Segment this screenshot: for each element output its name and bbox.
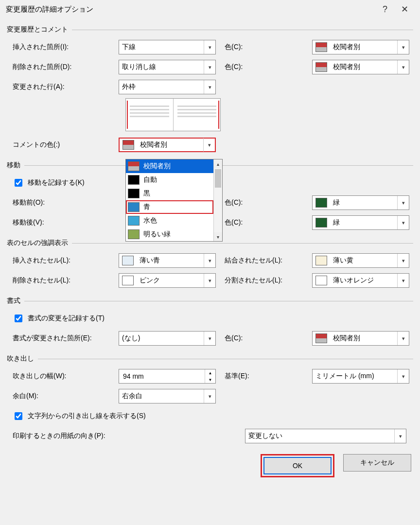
combo-margin[interactable]: 右余白 ▾ xyxy=(119,389,216,403)
scroll-down-icon[interactable]: ▾ xyxy=(214,232,222,241)
label-insert: 挿入された箇所(I): xyxy=(7,43,119,52)
color-swatch-icon xyxy=(315,42,327,52)
chevron-down-icon[interactable]: ▾ xyxy=(397,40,409,54)
label-balloon-width: 吹き出しの幅(W): xyxy=(7,372,119,381)
color-swatch-icon xyxy=(122,140,134,150)
color-swatch-icon xyxy=(128,202,140,212)
combo-format-color[interactable]: 校閲者別 ▾ xyxy=(312,331,409,346)
combo-insert[interactable]: 下線 ▾ xyxy=(119,40,216,54)
combo-format-changed[interactable]: (なし) ▾ xyxy=(119,331,216,346)
label-paper-orient: 印刷するときの用紙の向き(P): xyxy=(7,432,245,440)
combo-delete[interactable]: 取り消し線 ▾ xyxy=(119,60,216,74)
spinner-up-icon[interactable]: ▲ xyxy=(205,369,215,376)
color-swatch-icon xyxy=(122,276,134,285)
ok-button[interactable]: OK xyxy=(263,457,332,474)
dialog-title: 変更履歴の詳細オプション xyxy=(6,5,375,14)
label-margin: 余白(M): xyxy=(7,392,119,401)
combo-cell-merge[interactable]: 薄い黄 ▾ xyxy=(312,253,409,268)
preview-redline-right xyxy=(218,101,219,129)
chevron-down-icon[interactable]: ▾ xyxy=(204,389,215,403)
chevron-down-icon[interactable]: ▾ xyxy=(397,254,409,267)
dropdown-scrollbar[interactable]: ▴ ▾ xyxy=(213,159,222,241)
spinner-balloon-width[interactable]: 94 mm ▲ ▼ xyxy=(119,369,216,384)
dropdown-item-blue[interactable]: 青 xyxy=(126,200,213,214)
section-format: 書式 xyxy=(0,294,420,305)
label-comment-color: コメントの色(:) xyxy=(7,140,119,149)
combo-cell-delete[interactable]: ピンク ▾ xyxy=(119,273,216,288)
chevron-down-icon[interactable]: ▾ xyxy=(397,60,409,74)
track-format-checkbox[interactable] xyxy=(15,315,22,322)
ok-highlight: OK xyxy=(261,454,334,477)
comment-color-dropdown[interactable]: 校閲者別 自動 黒 青 水色 明るい緑 ▴ xyxy=(125,159,223,242)
combo-reference[interactable]: ミリメートル (mm) ▾ xyxy=(312,369,409,384)
color-swatch-icon xyxy=(128,175,140,185)
show-leader-checkbox[interactable] xyxy=(15,412,22,420)
chevron-down-icon[interactable]: ▾ xyxy=(397,369,409,383)
label-delete-color: 色(C): xyxy=(225,63,312,71)
combo-cell-split[interactable]: 薄いオレンジ ▾ xyxy=(312,273,409,288)
combo-move-before-color[interactable]: 緑 ▾ xyxy=(312,195,409,210)
color-swatch-icon xyxy=(315,218,327,228)
chevron-down-icon[interactable]: ▾ xyxy=(204,80,215,94)
checkbox-track-move[interactable]: 移動を記録する(K) xyxy=(7,177,85,188)
label-cell-merge: 結合されたセル(L): xyxy=(225,256,312,265)
checkbox-show-leader[interactable]: 文字列からの引き出し線を表示する(S) xyxy=(7,411,146,421)
dropdown-item-auto[interactable]: 自動 xyxy=(126,173,213,187)
dropdown-item-light-green[interactable]: 明るい緑 xyxy=(126,228,213,241)
close-button[interactable]: ✕ xyxy=(395,4,414,15)
chevron-down-icon[interactable]: ▾ xyxy=(204,60,215,74)
color-swatch-icon xyxy=(128,216,140,226)
chevron-down-icon[interactable]: ▾ xyxy=(204,254,215,267)
chevron-down-icon[interactable]: ▾ xyxy=(204,40,215,54)
color-swatch-icon xyxy=(315,62,327,72)
label-move-after: 移動後(V): xyxy=(7,218,119,227)
combo-comment-color[interactable]: 校閲者別 ▾ xyxy=(119,138,216,152)
section-tracking: 変更履歴とコメント xyxy=(0,22,420,34)
combo-paper-orient[interactable]: 変更しない ▾ xyxy=(245,429,406,443)
dropdown-item-cyan[interactable]: 水色 xyxy=(126,214,213,228)
section-table-highlight-label: 表のセルの強調表示 xyxy=(7,239,68,247)
chevron-down-icon[interactable]: ▾ xyxy=(204,274,215,287)
label-insert-color: 色(C): xyxy=(225,43,312,52)
chevron-down-icon[interactable]: ▾ xyxy=(397,274,409,287)
color-swatch-icon xyxy=(315,198,327,208)
scrollbar-thumb[interactable] xyxy=(215,169,221,188)
label-cell-split: 分割されたセル(L): xyxy=(225,276,312,285)
chevron-down-icon[interactable]: ▾ xyxy=(203,138,215,152)
combo-move-after-color[interactable]: 緑 ▾ xyxy=(312,215,409,230)
track-move-checkbox[interactable] xyxy=(15,179,22,187)
color-swatch-icon xyxy=(315,333,327,343)
scroll-up-icon[interactable]: ▴ xyxy=(214,159,222,168)
combo-cell-insert[interactable]: 薄い青 ▾ xyxy=(119,253,216,268)
chevron-down-icon[interactable]: ▾ xyxy=(397,216,409,229)
label-delete: 削除された箇所(D): xyxy=(7,63,119,71)
spinner-down-icon[interactable]: ▼ xyxy=(205,376,215,383)
dropdown-item-by-reviewer[interactable]: 校閲者別 xyxy=(126,159,213,173)
help-button[interactable]: ? xyxy=(375,4,395,15)
titlebar: 変更履歴の詳細オプション ? ✕ xyxy=(0,0,420,22)
changed-line-preview xyxy=(125,98,221,131)
combo-insert-color[interactable]: 校閲者別 ▾ xyxy=(312,40,409,54)
checkbox-track-format[interactable]: 書式の変更を記録する(T) xyxy=(7,313,105,324)
label-format-changed: 書式が変更された箇所(E): xyxy=(7,334,119,343)
chevron-down-icon[interactable]: ▾ xyxy=(397,196,409,210)
chevron-down-icon[interactable]: ▾ xyxy=(204,332,215,345)
section-move-label: 移動 xyxy=(7,161,20,170)
label-move-after-color: 色(C): xyxy=(225,218,312,227)
chevron-down-icon[interactable]: ▾ xyxy=(397,332,409,345)
dialog-track-changes-options: 変更履歴の詳細オプション ? ✕ 変更履歴とコメント 挿入された箇所(I): 下… xyxy=(0,0,420,483)
label-reference: 基準(E): xyxy=(225,372,312,381)
color-swatch-icon xyxy=(128,189,140,198)
cancel-button[interactable]: キャンセル xyxy=(343,454,411,472)
label-format-color: 色(C): xyxy=(225,334,312,343)
label-cell-insert: 挿入されたセル(L): xyxy=(7,256,119,265)
combo-delete-color[interactable]: 校閲者別 ▾ xyxy=(312,60,409,74)
label-cell-delete: 削除されたセル(L): xyxy=(7,276,119,285)
chevron-down-icon[interactable]: ▾ xyxy=(394,429,406,443)
preview-redline-left xyxy=(127,101,128,129)
section-format-label: 書式 xyxy=(7,297,20,305)
color-swatch-icon xyxy=(315,256,327,265)
combo-changed-line[interactable]: 外枠 ▾ xyxy=(119,80,216,94)
dropdown-item-black[interactable]: 黒 xyxy=(126,187,213,200)
color-swatch-icon xyxy=(128,161,140,171)
